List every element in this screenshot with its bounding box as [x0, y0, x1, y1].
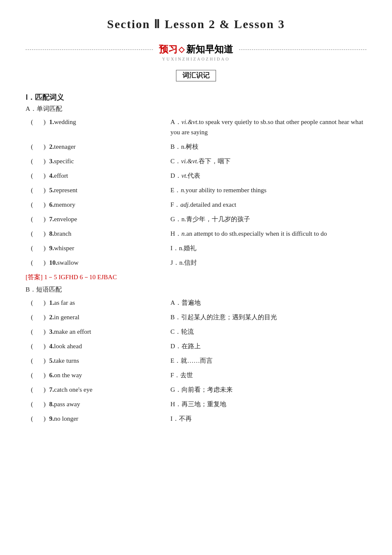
preview-banner: 预习 ◇ 新知早知道 YUXINZHIZAOZHIDAO	[26, 43, 366, 61]
paren-close: )	[40, 413, 49, 424]
paren-open: (	[27, 214, 37, 224]
word-left-cell: ( )9.whisper	[26, 241, 169, 255]
paren-close: )	[40, 257, 49, 268]
paren-close: )	[40, 142, 49, 152]
banner-yu: 预习	[159, 43, 178, 56]
paren-open: (	[27, 156, 37, 166]
subsectionB-title: B．短语匹配	[26, 286, 366, 294]
section1-title: Ⅰ．匹配词义	[26, 92, 366, 102]
table-row: ( )8.branchH．n.an attempt to do sth.espe…	[26, 226, 366, 241]
word-left-cell: ( )6.memory	[26, 197, 169, 212]
phrase-left-cell: ( )1.as far as	[26, 295, 169, 310]
word-num: 8.	[49, 230, 54, 237]
banner-label: 预习 ◇ 新知早知道	[156, 43, 236, 56]
paren-open: (	[27, 228, 37, 239]
word-num: 7.	[49, 216, 54, 223]
phrase-num: 5.	[49, 357, 54, 364]
paren-close: )	[40, 370, 49, 380]
paren-close: )	[40, 117, 49, 127]
phrase-num: 9.	[49, 415, 54, 422]
banner-rest: 新知早知道	[186, 43, 233, 56]
answer-text: 1－5 IGFHD 6－10 EJBAC	[44, 274, 117, 280]
paren-open: (	[27, 356, 37, 366]
words-match-table: ( )1.weddingA．vi.&vt.to speak very quiet…	[26, 115, 366, 270]
table-row: ( )8.pass awayH．再三地；重复地	[26, 397, 366, 411]
paren-close: )	[40, 171, 49, 181]
table-row: ( )6.on the wayF．去世	[26, 368, 366, 382]
word-num: 6.	[49, 201, 54, 208]
paren-close: )	[40, 384, 49, 395]
table-row: ( )1.weddingA．vi.&vt.to speak very quiet…	[26, 115, 366, 139]
table-row: ( )6.memoryF．adj.detailed and exact	[26, 197, 366, 212]
table-row: ( )4.effortD．vt.代表	[26, 168, 366, 183]
table-row: ( )10.swallowJ．n.信封	[26, 255, 366, 270]
paren-open: (	[27, 257, 37, 268]
word-right-cell: E．n.your ability to remember things	[169, 183, 366, 197]
phrase-num: 3.	[49, 328, 54, 335]
phrase-left-cell: ( )4.look ahead	[26, 339, 169, 353]
phrase-right-cell: H．再三地；重复地	[169, 397, 366, 411]
def-italic: vi.&vt.	[182, 119, 199, 125]
phrase-num: 1.	[49, 299, 54, 306]
phrase-right-cell: E．就……而言	[169, 353, 366, 368]
paren-close: )	[40, 156, 49, 166]
paren-open: (	[27, 142, 37, 152]
word-left-cell: ( )7.envelope	[26, 212, 169, 226]
word-left-cell: ( )8.branch	[26, 226, 169, 241]
word-right-cell: G．n.青少年，十几岁的孩子	[169, 212, 366, 226]
table-row: ( )3.make an effortC．轮流	[26, 324, 366, 339]
phrases-match-table: ( )1.as far asA．普遍地( )2.in generalB．引起某人…	[26, 295, 366, 426]
word-left-cell: ( )2.teenager	[26, 139, 169, 154]
word-right-cell: D．vt.代表	[169, 168, 366, 183]
def-italic: vt.	[182, 172, 188, 179]
phrase-left-cell: ( )7.catch one's eye	[26, 382, 169, 397]
word-num: 5.	[49, 187, 54, 194]
word-right-cell: C．vi.&vt.吞下，咽下	[169, 154, 366, 168]
paren-close: )	[40, 312, 49, 322]
word-num: 4.	[49, 172, 54, 179]
banner-line-right	[239, 49, 366, 50]
paren-open: (	[27, 399, 37, 409]
table-row: ( )9.whisperI．n.婚礼	[26, 241, 366, 255]
paren-open: (	[27, 413, 37, 424]
table-row: ( )4.look aheadD．在路上	[26, 339, 366, 353]
banner-line-left	[26, 49, 153, 50]
def-italic: vi.&vt.	[181, 158, 199, 165]
paren-close: )	[40, 327, 49, 337]
answerA-line: [答案] 1－5 IGFHD 6－10 EJBAC	[26, 273, 366, 281]
subsectionA-title: A．单词匹配	[26, 105, 366, 113]
word-right-cell: J．n.信封	[169, 255, 366, 270]
paren-open: (	[27, 117, 37, 127]
paren-close: )	[40, 214, 49, 224]
phrase-right-cell: A．普遍地	[169, 295, 366, 310]
word-num: 2.	[49, 143, 54, 150]
word-right-cell: A．vi.&vt.to speak very quietly to sb.so …	[169, 115, 366, 139]
phrase-left-cell: ( )2.in general	[26, 310, 169, 324]
vocab-box-label: 词汇识记	[176, 70, 216, 81]
phrase-num: 7.	[49, 386, 54, 393]
word-left-cell: ( )1.wedding	[26, 115, 169, 139]
paren-close: )	[40, 185, 49, 195]
phrase-right-cell: I．不再	[169, 411, 366, 426]
phrase-right-cell: D．在路上	[169, 339, 366, 353]
phrase-left-cell: ( )3.make an effort	[26, 324, 169, 339]
paren-close: )	[40, 356, 49, 366]
word-right-cell: H．n.an attempt to do sth.especially when…	[169, 226, 366, 241]
table-row: ( )2.teenagerB．n.树枝	[26, 139, 366, 154]
table-row: ( )2.in generalB．引起某人的注意；遇到某人的目光	[26, 310, 366, 324]
phrase-right-cell: C．轮流	[169, 324, 366, 339]
paren-open: (	[27, 199, 37, 210]
page-title: Section Ⅱ Lesson 2 & Lesson 3	[26, 17, 366, 31]
banner-subtitle: YUXINZHIZAOZHIDAO	[162, 57, 230, 61]
banner-diamond: ◇	[179, 45, 184, 54]
paren-open: (	[27, 370, 37, 380]
paren-close: )	[40, 199, 49, 210]
paren-close: )	[40, 243, 49, 253]
word-left-cell: ( )4.effort	[26, 168, 169, 183]
table-row: ( )1.as far asA．普遍地	[26, 295, 366, 310]
paren-close: )	[40, 298, 49, 308]
phrase-num: 2.	[49, 314, 54, 321]
phrase-left-cell: ( )9.no longer	[26, 411, 169, 426]
word-left-cell: ( )3.specific	[26, 154, 169, 168]
answer-prefix: [答案]	[26, 274, 43, 280]
